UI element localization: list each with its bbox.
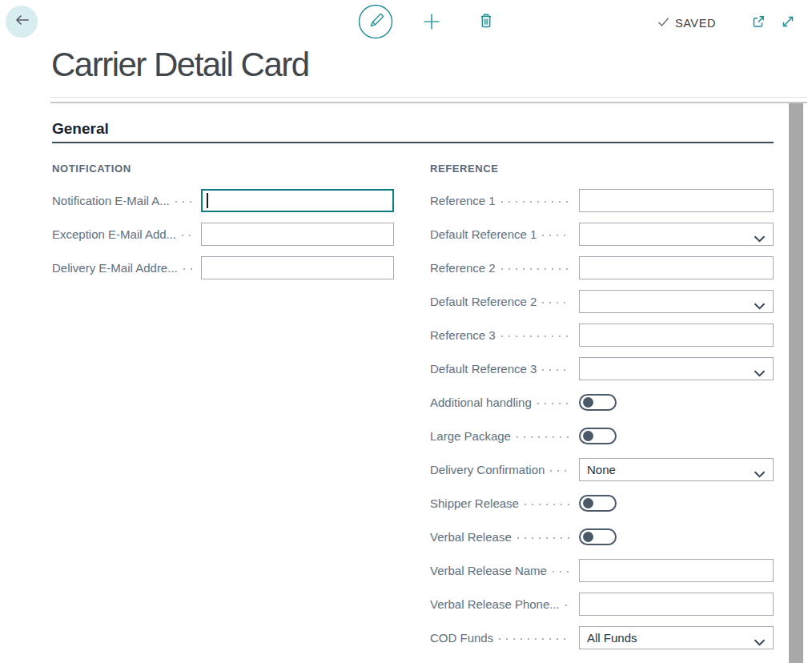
toggle-knob [583, 431, 593, 441]
back-button[interactable] [6, 6, 38, 38]
field-row-notification-email: Notification E-Mail A... [52, 189, 394, 212]
toggle-knob [583, 532, 593, 542]
dotted-leader [542, 302, 571, 303]
check-icon [657, 16, 669, 30]
dotted-leader [501, 336, 571, 337]
verbal-release-name-input[interactable] [579, 559, 774, 582]
trash-icon [476, 11, 496, 35]
field-label: Reference 3 [430, 328, 496, 342]
toggle-knob [583, 397, 593, 408]
field-row-default-reference-1: Default Reference 1 [430, 223, 774, 246]
section-general-header[interactable]: General [52, 120, 109, 138]
dotted-leader [183, 268, 193, 270]
field-label: Verbal Release Phone... [430, 597, 560, 611]
field-label: Default Reference 2 [430, 295, 537, 308]
default-reference-1-select[interactable] [579, 223, 774, 246]
delivery-confirmation-select[interactable]: None [579, 458, 774, 481]
field-row-verbal-release-name: Verbal Release Name [430, 559, 774, 582]
saved-label: SAVED [675, 17, 716, 30]
back-arrow-icon [11, 10, 32, 33]
shipper-release-toggle[interactable] [579, 495, 617, 512]
large-package-toggle[interactable] [579, 428, 617, 444]
chevron-down-icon [754, 467, 766, 481]
chevron-down-icon [754, 366, 766, 380]
toggle-knob [583, 498, 593, 508]
plus-icon [421, 11, 442, 35]
open-in-window-icon [751, 14, 766, 32]
cod-funds-select[interactable]: All Funds [579, 626, 774, 649]
dotted-leader [553, 571, 571, 573]
field-label: Notification E-Mail A... [52, 194, 170, 207]
field-label: COD Funds [430, 631, 493, 645]
default-reference-2-select[interactable] [579, 290, 774, 313]
field-label: Reference 2 [430, 261, 496, 275]
field-row-cod-funds: COD Funds All Funds [430, 626, 774, 649]
reference-2-input[interactable] [579, 256, 774, 279]
additional-handling-toggle[interactable] [579, 394, 617, 411]
edit-pencil-icon [358, 4, 393, 42]
save-status: SAVED [657, 16, 716, 30]
field-row-shipper-release: Shipper Release [430, 492, 774, 515]
field-row-verbal-release-phone: Verbal Release Phone... [430, 593, 774, 616]
field-label: Exception E-Mail Add... [52, 227, 176, 241]
verbal-release-phone-input[interactable] [579, 593, 774, 616]
verbal-release-toggle[interactable] [579, 528, 617, 545]
section-divider [52, 142, 774, 143]
dotted-leader [542, 235, 571, 236]
chevron-down-icon [754, 299, 766, 313]
new-button[interactable] [421, 13, 442, 34]
dotted-leader [182, 235, 193, 236]
open-in-window-button[interactable] [751, 16, 766, 30]
field-label: Delivery E-Mail Addre... [52, 261, 178, 275]
exception-email-input[interactable] [201, 223, 394, 246]
field-label: Verbal Release [430, 530, 512, 544]
vertical-scrollbar[interactable] [789, 103, 803, 663]
page-title: Carrier Detail Card [51, 45, 309, 85]
dotted-leader [542, 369, 571, 371]
field-row-delivery-email: Delivery E-Mail Addre... [52, 256, 394, 279]
text-cursor [207, 193, 208, 208]
dotted-leader [517, 436, 571, 438]
field-row-reference-3: Reference 3 [430, 323, 774, 347]
reference-3-input[interactable] [579, 323, 774, 347]
field-label: Default Reference 3 [430, 362, 537, 376]
reference-group: REFERENCE Reference 1 Default Reference … [430, 163, 774, 660]
field-row-large-package: Large Package [430, 424, 774, 448]
edit-button[interactable] [358, 6, 393, 41]
delete-button[interactable] [476, 13, 496, 34]
notification-email-input[interactable] [201, 189, 394, 212]
field-label: Additional handling [430, 396, 532, 409]
notification-group: NOTIFICATION Notification E-Mail A... Ex… [52, 163, 394, 290]
field-row-default-reference-2: Default Reference 2 [430, 290, 774, 313]
expand-button[interactable] [781, 16, 795, 30]
field-row-default-reference-3: Default Reference 3 [430, 357, 774, 380]
chevron-down-icon [754, 635, 766, 649]
dotted-leader [550, 470, 571, 472]
field-row-reference-2: Reference 2 [430, 256, 774, 279]
field-row-delivery-confirmation: Delivery Confirmation None [430, 458, 774, 481]
expand-icon [781, 14, 795, 32]
field-row-reference-1: Reference 1 [430, 189, 774, 212]
reference-caption: REFERENCE [430, 163, 774, 175]
card-top-edge [50, 97, 807, 103]
dotted-leader [537, 403, 571, 404]
field-row-verbal-release: Verbal Release [430, 525, 774, 548]
field-row-additional-handling: Additional handling [430, 391, 774, 414]
dotted-leader [517, 537, 571, 539]
dotted-leader [501, 268, 571, 270]
field-label: Large Package [430, 429, 511, 443]
field-label: Reference 1 [430, 194, 496, 207]
field-label: Default Reference 1 [430, 227, 537, 241]
default-reference-3-select[interactable] [579, 357, 774, 380]
field-label: Delivery Confirmation [430, 463, 545, 476]
dotted-leader [525, 504, 571, 505]
reference-1-input[interactable] [579, 189, 774, 212]
chevron-down-icon [754, 231, 766, 246]
delivery-email-input[interactable] [201, 256, 394, 279]
dotted-leader [175, 201, 193, 203]
field-row-exception-email: Exception E-Mail Add... [52, 223, 394, 246]
dotted-leader [499, 638, 571, 640]
field-label: Shipper Release [430, 496, 519, 510]
notification-caption: NOTIFICATION [52, 163, 394, 175]
dotted-leader [501, 201, 571, 203]
